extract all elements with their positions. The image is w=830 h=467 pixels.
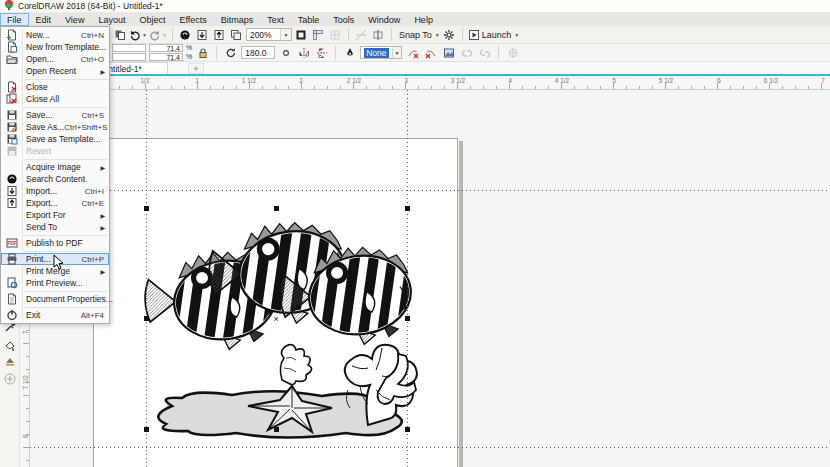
add-tool-plus[interactable] (3, 372, 17, 386)
horizontal-guideline[interactable] (30, 190, 830, 191)
import-icon[interactable] (195, 27, 210, 42)
selection-handle[interactable] (405, 316, 410, 321)
selection-handle[interactable] (405, 427, 410, 432)
snap-to-button[interactable]: Snap To▼ (397, 27, 440, 42)
remove-end-button[interactable] (423, 45, 438, 60)
chevron-down-icon[interactable]: ▼ (392, 47, 402, 58)
lock-ratio-icon[interactable] (195, 45, 210, 60)
object-width-field[interactable] (112, 44, 146, 52)
menu-layout[interactable]: Layout (91, 13, 132, 26)
menu-table[interactable]: Table (291, 13, 327, 26)
menu-file[interactable]: File (0, 13, 29, 26)
redo-icon[interactable]: ▼ (149, 27, 167, 42)
ruler-tick (470, 86, 471, 89)
file-menu-item-publish-to-pdf[interactable]: PDFPublish to PDF (1, 237, 109, 249)
target-button[interactable] (505, 45, 520, 60)
new-tab-button[interactable]: + (188, 63, 204, 74)
ruler-tick (418, 86, 419, 89)
ruler-tick (26, 421, 29, 422)
separator (348, 28, 349, 41)
ruler-tick (691, 86, 692, 89)
scale-factor-fields[interactable]: 71.4 71.4 (149, 44, 183, 61)
horizontal-ruler[interactable]: 1/211 1/222 1/233 1/244 1/255 1/266 1/27 (30, 76, 830, 90)
menu-view[interactable]: View (58, 13, 91, 26)
file-menu-item-import[interactable]: Import...Ctrl+I (1, 185, 109, 197)
mirror-horizontal-button[interactable] (296, 45, 311, 60)
menu-object[interactable]: Object (132, 13, 172, 26)
scale-x-field[interactable]: 71.4 (149, 44, 183, 52)
shortcut: Ctrl+O (81, 55, 109, 64)
selection-handle[interactable] (274, 427, 279, 432)
search-content-icon[interactable] (178, 27, 193, 42)
selection-handle[interactable] (144, 427, 149, 432)
drawing-canvas[interactable]: × (30, 90, 830, 467)
selection-handle[interactable] (144, 316, 149, 321)
file-menu-item-save-as-template[interactable]: Save as Template... (1, 133, 109, 145)
submenu-arrow-icon: ▶ (100, 268, 109, 275)
file-menu-item-acquire-image[interactable]: Acquire Image▶ (1, 161, 109, 173)
outline-width-combo[interactable]: None ▼ (360, 46, 402, 59)
link-right-button[interactable] (477, 45, 492, 60)
launch-button[interactable]: Launch▼ (468, 27, 519, 42)
chevron-down-icon[interactable]: ▼ (280, 29, 291, 40)
file-menu-item-exit[interactable]: ExitAlt+F4 (1, 309, 109, 321)
file-menu-item-open[interactable]: Open...Ctrl+O (1, 53, 109, 65)
file-menu-item-open-recent[interactable]: Open Recent▶ (1, 65, 109, 77)
zoom-level-combo[interactable]: 200%▼ (246, 28, 292, 41)
selection-handle[interactable] (144, 206, 149, 211)
export-icon[interactable] (212, 27, 227, 42)
object-size-fields[interactable] (112, 44, 146, 61)
vertical-guideline[interactable] (407, 90, 408, 467)
remove-start-button[interactable] (405, 45, 420, 60)
interactive-fill-tool[interactable] (3, 354, 17, 368)
link-left-button[interactable] (459, 45, 474, 60)
file-menu-item-save-as[interactable]: Save As...Ctrl+Shift+S (1, 121, 109, 133)
search-content-icon (1, 173, 22, 185)
menu-text[interactable]: Text (260, 13, 291, 26)
selection-handle[interactable] (405, 206, 410, 211)
rotation-angle-field[interactable]: 180.0 (241, 46, 275, 59)
file-menu-item-close[interactable]: Close (1, 81, 109, 93)
fullscreen-preview-icon[interactable] (294, 27, 309, 42)
file-menu-item-close-all[interactable]: Close All (1, 93, 109, 105)
menu-bitmaps[interactable]: Bitmaps (214, 13, 261, 26)
show-rulers-icon[interactable] (311, 27, 326, 42)
file-menu-item-new-from-template[interactable]: New from Template... (1, 41, 109, 53)
ruler-tick (132, 86, 133, 89)
menu-edit[interactable]: Edit (29, 13, 59, 26)
file-menu-item-save[interactable]: Save...Ctrl+S (1, 109, 109, 121)
file-menu-item-export[interactable]: Export...Ctrl+E (1, 197, 109, 209)
vertical-guideline[interactable] (146, 90, 147, 467)
horizontal-guideline[interactable] (30, 447, 830, 448)
mirror-vertical-button[interactable] (314, 45, 329, 60)
ruler-tick (756, 86, 757, 89)
alignment-guides-icon[interactable] (371, 27, 386, 42)
show-grid-icon[interactable] (328, 27, 343, 42)
bitmap-button[interactable] (441, 45, 456, 60)
undo-icon[interactable]: ▼ (129, 27, 147, 42)
selection-handle[interactable] (274, 206, 279, 211)
file-menu-item-print[interactable]: Print...Ctrl+P (1, 253, 109, 265)
file-menu-item-revert[interactable]: Revert (1, 145, 109, 157)
menu-tools[interactable]: Tools (326, 13, 361, 26)
ruler-tick (574, 86, 575, 89)
export-for-icon[interactable] (229, 27, 244, 42)
file-menu-item-export-for[interactable]: Export For▶ (1, 209, 109, 221)
file-menu-item-print-preview[interactable]: Print Preview... (1, 277, 109, 289)
object-height-field[interactable] (112, 53, 146, 61)
file-menu-item-search-content[interactable]: Search Content (1, 173, 109, 185)
file-menu-item-print-merge[interactable]: Print Merge▶ (1, 265, 109, 277)
file-menu-item-new[interactable]: New...Ctrl+N (1, 29, 109, 41)
document-tab-bar: Untitled-1* + (0, 62, 830, 76)
menu-help[interactable]: Help (407, 13, 440, 26)
menu-window[interactable]: Window (361, 13, 407, 26)
smart-fill-tool[interactable] (3, 338, 17, 352)
options-gear-icon[interactable] (442, 27, 457, 42)
file-menu-item-document-properties[interactable]: Document Properties... (1, 293, 109, 305)
paste-icon[interactable] (112, 27, 127, 42)
menu-effects[interactable]: Effects (172, 13, 213, 26)
file-menu-item-send-to[interactable]: Send To▶ (1, 221, 109, 233)
selection-center-mark[interactable]: × (274, 316, 279, 322)
scale-y-field[interactable]: 71.4 (149, 53, 183, 61)
dynamic-guides-icon[interactable] (354, 27, 369, 42)
